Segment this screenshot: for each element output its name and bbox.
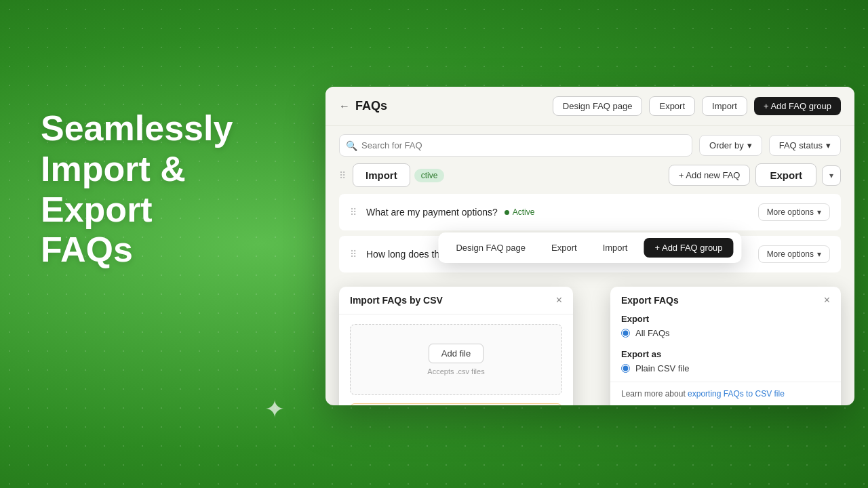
- drag-handle-icon: ⠿: [350, 249, 357, 260]
- header-left: ← FAQs: [339, 99, 387, 113]
- export-all-faqs-label: All FAQs: [635, 328, 670, 338]
- search-bar-area: 🔍 Order by ▾ FAQ status ▾: [326, 126, 854, 157]
- faq-status: Active: [505, 207, 535, 217]
- learn-more-text: Learn more about: [621, 389, 686, 399]
- search-icon: 🔍: [346, 140, 357, 151]
- export-csv-radio[interactable]: [621, 364, 630, 373]
- import-button[interactable]: Import: [353, 163, 410, 187]
- floating-export-button[interactable]: Export: [542, 239, 587, 257]
- faq-status-label: FAQ status: [779, 140, 823, 150]
- faq-question: What are my payment options?: [366, 207, 498, 218]
- floating-toolbar: Design FAQ page Export Import + Add FAQ …: [438, 232, 741, 263]
- chevron-down-icon: ▾: [826, 140, 831, 150]
- export-as-title: Export as: [621, 349, 830, 359]
- more-options-button[interactable]: More options ▾: [758, 203, 830, 221]
- export-csv-label: Plain CSV file: [635, 363, 689, 373]
- import-header-button[interactable]: Import: [702, 96, 747, 116]
- drag-handle-icon: ⠿: [350, 207, 357, 218]
- status-dot: [505, 210, 509, 215]
- header-right: Design FAQ page Export Import + Add FAQ …: [553, 96, 841, 116]
- hero-line2: Import &: [41, 149, 186, 188]
- hero-section: Seamlessly Import & Export FAQs: [41, 108, 233, 270]
- export-section-title: Export: [621, 314, 830, 324]
- export-modal-header: Export FAQs ×: [610, 287, 841, 314]
- floating-add-faq-group-button[interactable]: + Add FAQ group: [644, 238, 733, 258]
- import-modal-title: Import FAQs by CSV: [350, 295, 443, 306]
- faq-row-left: ⠿ What are my payment options? Active: [350, 207, 534, 218]
- active-badge: ctive: [414, 169, 445, 182]
- app-header: ← FAQs Design FAQ page Export Import + A…: [326, 87, 854, 126]
- order-by-label: Order by: [709, 140, 744, 150]
- export-all-faqs-radio[interactable]: [621, 329, 630, 338]
- order-by-button[interactable]: Order by ▾: [699, 135, 762, 156]
- more-options-label: More options: [767, 207, 814, 217]
- more-options-label: More options: [767, 249, 814, 259]
- file-drop-zone[interactable]: Add file Accepts .csv files: [350, 324, 562, 395]
- export-all-faqs-option: All FAQs: [621, 328, 830, 338]
- search-wrap: 🔍: [339, 134, 692, 157]
- hero-line1: Seamlessly: [41, 108, 233, 148]
- add-file-button[interactable]: Add file: [429, 344, 484, 363]
- sparkle-decoration: ✦: [264, 395, 285, 424]
- export-modal-close-button[interactable]: ×: [824, 295, 830, 306]
- warning-box: ⚠ Please make sure that the FAQs you are…: [350, 403, 562, 405]
- chevron-down-icon: ▾: [817, 207, 821, 217]
- export-csv-option: Plain CSV file: [621, 363, 830, 373]
- faq-status-button[interactable]: FAQ status ▾: [769, 135, 841, 156]
- hero-line3: Export: [41, 190, 153, 229]
- add-faq-group-button[interactable]: + Add FAQ group: [754, 97, 841, 115]
- toolbar-right: + Add new FAQ Export ▾: [669, 163, 841, 187]
- floating-design-faq-button[interactable]: Design FAQ page: [446, 239, 535, 257]
- export-toolbar-button[interactable]: Export: [755, 163, 816, 187]
- drag-handle-icon: ⠿: [339, 170, 346, 181]
- export-as-section: Export as Plain CSV file: [610, 346, 841, 382]
- export-chevron-button[interactable]: ▾: [822, 165, 841, 186]
- chevron-down-icon: ▾: [817, 249, 821, 259]
- app-window: ← FAQs Design FAQ page Export Import + A…: [326, 87, 854, 405]
- toolbar-row: ⠿ Import ctive + Add new FAQ Export ▾: [326, 157, 854, 194]
- page-title: FAQs: [355, 99, 387, 113]
- export-modal: Export FAQs × Export All FAQs Export as …: [610, 287, 841, 405]
- export-modal-title: Export FAQs: [621, 295, 679, 306]
- learn-more-link[interactable]: exporting FAQs to CSV file: [688, 389, 785, 399]
- design-faq-page-button[interactable]: Design FAQ page: [553, 96, 643, 116]
- add-new-faq-button[interactable]: + Add new FAQ: [669, 165, 751, 186]
- export-learn-section: Learn more about exporting FAQs to CSV f…: [610, 382, 841, 405]
- chevron-down-icon: ▾: [747, 140, 752, 150]
- back-icon[interactable]: ←: [339, 100, 350, 113]
- hero-line4: FAQs: [41, 230, 133, 269]
- floating-import-button[interactable]: Import: [593, 239, 637, 257]
- search-input[interactable]: [339, 134, 692, 157]
- more-options-button[interactable]: More options ▾: [758, 245, 830, 263]
- accepts-text: Accepts .csv files: [361, 367, 551, 375]
- import-modal: Import FAQs by CSV × Add file Accepts .c…: [339, 287, 573, 405]
- import-modal-body: Add file Accepts .csv files ⚠ Please mak…: [339, 314, 573, 405]
- status-text: Active: [513, 207, 535, 217]
- export-header-button[interactable]: Export: [649, 96, 695, 116]
- import-modal-header: Import FAQs by CSV ×: [339, 287, 573, 314]
- table-row: ⠿ What are my payment options? Active Mo…: [339, 194, 841, 230]
- import-modal-close-button[interactable]: ×: [556, 295, 562, 306]
- export-section: Export All FAQs: [610, 314, 841, 346]
- toolbar-left: ⠿ Import ctive: [339, 163, 444, 187]
